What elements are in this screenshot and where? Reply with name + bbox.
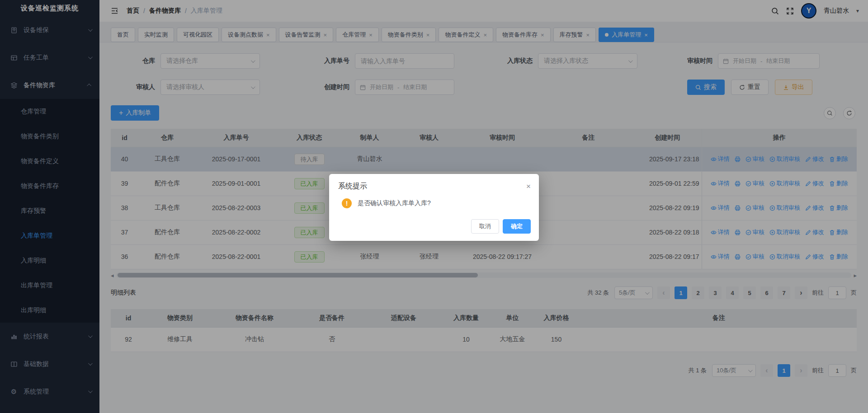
cancel-button[interactable]: 取消	[471, 219, 499, 234]
close-icon[interactable]: ×	[526, 183, 531, 190]
warning-icon: !	[342, 198, 352, 208]
dialog-title: 系统提示	[338, 182, 367, 191]
confirm-button[interactable]: 确定	[503, 219, 531, 234]
dialog-message: 是否确认审核入库单入库?	[358, 199, 431, 207]
confirm-dialog: 系统提示 × ! 是否确认审核入库单入库? 取消 确定	[329, 174, 539, 241]
